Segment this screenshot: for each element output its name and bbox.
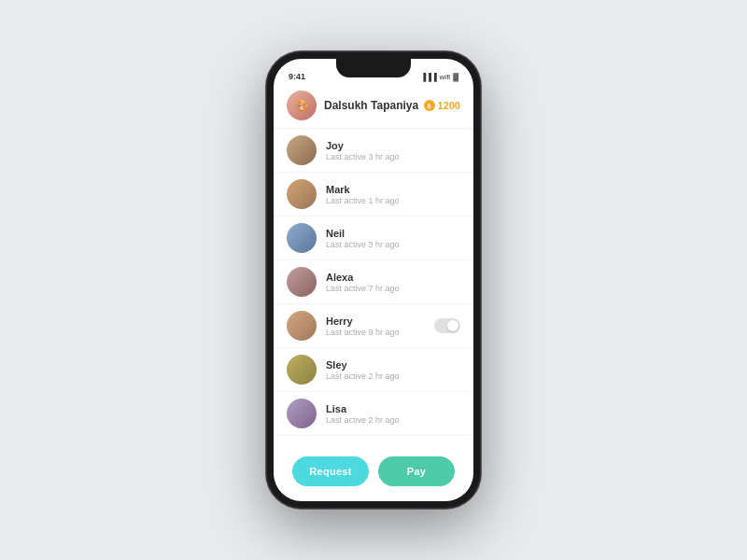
contact-info: JoyLast active 3 hr ago bbox=[326, 140, 460, 161]
phone-screen: 9:41 ▐▐▐ wifi ▓ 🎨 Dalsukh Tapaniya $ 120… bbox=[274, 59, 473, 501]
contact-info: HerryLast active 9 hr ago bbox=[326, 315, 434, 337]
contact-info: MarkLast active 1 hr ago bbox=[326, 184, 460, 205]
contact-status: Last active 1 hr ago bbox=[326, 196, 460, 205]
pay-button[interactable]: Pay bbox=[378, 456, 455, 486]
contact-item[interactable]: HerryLast active 9 hr ago bbox=[274, 304, 473, 348]
contact-avatar bbox=[287, 135, 317, 165]
phone-frame: 9:41 ▐▐▐ wifi ▓ 🎨 Dalsukh Tapaniya $ 120… bbox=[266, 51, 481, 509]
contact-status: Last active 3 hr ago bbox=[326, 152, 460, 161]
contact-status: Last active 3 hr ago bbox=[326, 240, 460, 249]
header-username: Dalsukh Tapaniya bbox=[324, 99, 424, 112]
contact-avatar bbox=[287, 267, 317, 297]
contact-info: AlexaLast active 7 hr ago bbox=[326, 272, 460, 293]
contact-name: Lisa bbox=[326, 403, 460, 414]
contact-name: Sley bbox=[326, 359, 460, 371]
status-time: 9:41 bbox=[289, 72, 305, 81]
contact-name: Mark bbox=[326, 184, 460, 195]
contact-toggle[interactable] bbox=[434, 318, 460, 333]
contact-name: Joy bbox=[326, 140, 460, 151]
contact-info: SleyLast active 2 hr ago bbox=[326, 359, 460, 381]
wifi-icon: wifi bbox=[440, 73, 451, 81]
coin-amount: 1200 bbox=[438, 100, 460, 111]
contact-item[interactable]: AlexaLast active 7 hr ago bbox=[274, 260, 473, 304]
contact-item[interactable]: LisaLast active 2 hr ago bbox=[274, 392, 473, 436]
contact-status: Last active 2 hr ago bbox=[326, 371, 460, 381]
contact-item[interactable]: NeilLast active 3 hr ago bbox=[274, 217, 473, 260]
contact-item[interactable]: MarkLast active 1 hr ago bbox=[274, 173, 473, 217]
contact-item[interactable]: JoyLast active 3 hr ago bbox=[274, 129, 473, 173]
coin-badge: $ 1200 bbox=[424, 100, 460, 111]
notch bbox=[336, 59, 411, 77]
contact-name: Neil bbox=[326, 228, 460, 239]
contact-item[interactable]: SleyLast active 2 hr ago bbox=[274, 348, 473, 392]
coin-icon: $ bbox=[424, 100, 435, 111]
contact-name: Herry bbox=[326, 315, 434, 327]
profile-header: 🎨 Dalsukh Tapaniya $ 1200 bbox=[274, 83, 473, 129]
contact-status: Last active 7 hr ago bbox=[326, 284, 460, 293]
contact-info: NeilLast active 3 hr ago bbox=[326, 228, 460, 249]
battery-icon: ▓ bbox=[453, 73, 458, 81]
header-avatar: 🎨 bbox=[287, 91, 317, 120]
contact-avatar bbox=[287, 223, 317, 253]
contact-avatar bbox=[287, 355, 317, 385]
request-button[interactable]: Request bbox=[292, 456, 369, 486]
signal-icon: ▐▐▐ bbox=[421, 73, 437, 81]
contact-avatar bbox=[287, 179, 317, 209]
contact-status: Last active 2 hr ago bbox=[326, 415, 460, 425]
contact-list: JoyLast active 3 hr agoMarkLast active 1… bbox=[274, 129, 473, 447]
contact-status: Last active 9 hr ago bbox=[326, 328, 434, 337]
status-icons: ▐▐▐ wifi ▓ bbox=[421, 73, 458, 81]
action-buttons: Request Pay bbox=[274, 447, 473, 501]
contact-avatar bbox=[287, 399, 317, 428]
contact-name: Alexa bbox=[326, 272, 460, 283]
contact-avatar bbox=[287, 311, 317, 341]
contact-info: LisaLast active 2 hr ago bbox=[326, 403, 460, 425]
